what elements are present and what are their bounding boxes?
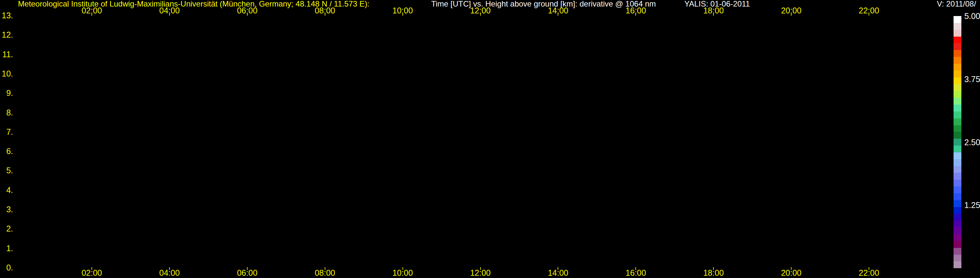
lidar-quicklook-screen: Meteorological Institute of Ludwig-Maxim…: [0, 0, 980, 278]
colorbar-step: [953, 248, 961, 255]
version-label: V: 2011/08/: [937, 0, 980, 8]
colorbar-tick-label: 3.75: [964, 75, 980, 83]
x-tick-mark-bottom: [791, 267, 792, 270]
colorbar-step: [953, 152, 961, 159]
y-tick-label: 7.: [0, 128, 13, 136]
colorbar-step: [953, 57, 961, 64]
y-tick-label: 13.: [0, 11, 13, 20]
colorbar-step: [953, 173, 961, 179]
colorbar-step: [953, 50, 961, 57]
x-tick-mark-top: [558, 13, 558, 16]
lidar-heatmap-canvas: [14, 15, 947, 268]
y-tick-label: 12.: [0, 31, 13, 39]
x-tick-mark-top: [169, 13, 170, 16]
y-tick-label: 2.: [0, 225, 13, 233]
colorbar-tick-label: 2.50: [964, 138, 980, 146]
colorbar-step: [953, 125, 961, 132]
x-tick-mark-top: [91, 13, 92, 16]
colorbar-step: [953, 241, 961, 248]
colorbar-step: [953, 255, 961, 262]
colorbar-step: [953, 179, 961, 187]
colorbar-step: [953, 98, 961, 105]
y-tick-label: 6.: [0, 147, 13, 155]
colorbar-step: [953, 118, 961, 125]
colorbar-scale: [953, 16, 961, 268]
x-tick-mark-bottom: [713, 267, 714, 270]
x-tick-mark-top: [791, 13, 792, 16]
colorbar-step: [953, 145, 961, 152]
x-tick-mark-bottom: [169, 267, 170, 270]
y-tick-label: 1.: [0, 244, 13, 252]
x-tick-mark-top: [325, 13, 325, 16]
x-tick-mark-bottom: [869, 267, 869, 270]
x-tick-mark-bottom: [91, 267, 92, 270]
colorbar-step: [953, 227, 961, 234]
x-tick-mark-bottom: [325, 267, 325, 270]
x-tick-mark-bottom: [480, 267, 481, 270]
x-tick-mark-bottom: [558, 267, 558, 270]
y-tick-label: 11.: [0, 50, 13, 58]
x-tick-mark-top: [713, 13, 714, 16]
colorbar-step: [953, 112, 961, 118]
x-tick-mark-top: [247, 13, 248, 16]
colorbar-step: [953, 71, 961, 78]
plot-title: Time [UTC] vs. Height above ground [km]:…: [431, 0, 656, 8]
colorbar-step: [953, 139, 961, 145]
colorbar-step: [953, 214, 961, 220]
colorbar-step: [953, 187, 961, 193]
y-tick-label: 4.: [0, 186, 13, 194]
x-tick-mark-bottom: [635, 267, 636, 270]
colorbar-step: [953, 207, 961, 214]
colorbar-step: [953, 16, 961, 23]
colorbar-step: [953, 261, 961, 268]
colorbar-step: [953, 84, 961, 91]
colorbar-tick-label: 1.25: [964, 201, 980, 209]
colorbar-step: [953, 78, 961, 85]
colorbar-step: [953, 105, 961, 112]
x-tick-mark-top: [402, 13, 403, 16]
colorbar-step: [953, 91, 961, 98]
y-tick-label: 9.: [0, 89, 13, 97]
colorbar-tick-label: 5.00: [964, 12, 980, 20]
colorbar-step: [953, 30, 961, 37]
colorbar-step: [953, 43, 961, 50]
y-tick-label: 0.: [0, 264, 13, 272]
y-tick-label: 10.: [0, 69, 13, 78]
y-tick-label: 3.: [0, 205, 13, 214]
colorbar-step: [953, 23, 961, 30]
y-tick-label: 8.: [0, 108, 13, 117]
x-tick-mark-bottom: [247, 267, 248, 270]
x-tick-mark-top: [635, 13, 636, 16]
x-tick-mark-top: [869, 13, 869, 16]
colorbar-step: [953, 64, 961, 71]
x-tick-mark-bottom: [402, 267, 403, 270]
colorbar-step: [953, 166, 961, 173]
colorbar-step: [953, 159, 961, 166]
colorbar-step: [953, 220, 961, 227]
colorbar-step: [953, 193, 961, 200]
colorbar-step: [953, 234, 961, 241]
colorbar-step: [953, 37, 961, 43]
x-tick-mark-top: [480, 13, 481, 16]
colorbar-step: [953, 200, 961, 207]
y-tick-label: 5.: [0, 166, 13, 175]
colorbar-step: [953, 132, 961, 139]
